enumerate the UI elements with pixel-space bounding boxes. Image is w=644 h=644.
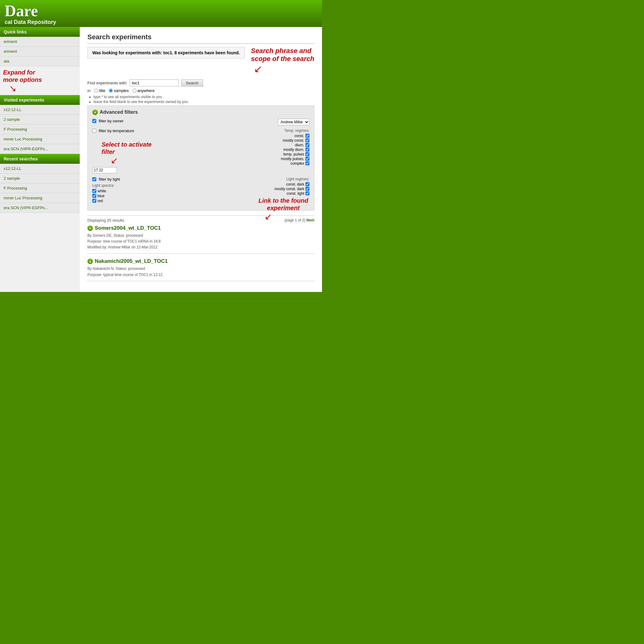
spectra-blue-checkbox[interactable] [92, 194, 96, 198]
sidebar-recent-item[interactable]: era SCN (VIPR-EGFPx... [0, 203, 80, 213]
search-phrase-annotation: Search phrase and scope of the search [251, 47, 314, 63]
spectra-white-checkbox[interactable] [92, 189, 96, 193]
filter-owner-checkbox[interactable] [92, 119, 96, 123]
in-label: in [87, 88, 90, 93]
advanced-filters: ▲ Advanced filters filter by owner Andre… [87, 105, 314, 211]
spectra-label: Light spectra: [92, 183, 274, 188]
sidebar-recent-item[interactable]: x12:12-LL [0, 164, 80, 174]
light-mostly-const-dark-checkbox[interactable] [305, 187, 309, 191]
regime-const-checkbox[interactable] [305, 134, 309, 138]
regime-mostly-pulses-checkbox[interactable] [305, 157, 309, 161]
search-input[interactable] [130, 79, 179, 86]
sidebar-recent-item[interactable]: F Processing [0, 183, 80, 193]
light-const-light-checkbox[interactable] [305, 191, 309, 195]
sidebar-visited-item[interactable]: F Processing [0, 125, 80, 134]
owner-select[interactable]: Andrew Millar [278, 119, 309, 125]
regime-mostly-const-checkbox[interactable] [305, 138, 309, 142]
pagination: (page 1 of 2) Next [285, 218, 314, 222]
expand-exp1-icon[interactable]: ▲ [87, 225, 93, 231]
sidebar-item[interactable]: ata [0, 56, 80, 66]
sidebar-section-recent[interactable]: Recent searches [0, 154, 80, 164]
experiment-meta: By Nakamichi N, Status: processed Purpos… [87, 266, 314, 278]
regime-temp-pulses-checkbox[interactable] [305, 152, 309, 156]
regime-diurn-checkbox[interactable] [305, 143, 309, 147]
filter-light-label: filter by light [99, 177, 120, 182]
info-box: Was looking for experiments with: toc1. … [87, 47, 245, 59]
radio-title[interactable]: title [94, 88, 105, 93]
main-content: Search experiments Was looking for exper… [80, 27, 322, 292]
sidebar-visited-item[interactable]: x12:12-LL [0, 105, 80, 115]
page-title: Search experiments [87, 33, 314, 44]
light-const-dark-checkbox[interactable] [305, 182, 309, 186]
results-header: Displaying 25 results (page 1 of 2) Next [87, 215, 314, 223]
filter-owner-label: filter by owner [99, 119, 124, 123]
expand-filters-icon[interactable]: ▲ [92, 109, 98, 115]
experiment-result: ▲ Somers2004_wt_LD_TOC1 By Somers DE, St… [87, 225, 314, 254]
sidebar-section-quick-links[interactable]: Quick links [0, 27, 80, 37]
visited-label: Visited experiments [4, 98, 44, 102]
sidebar-visited-item[interactable]: mmer Luc Processing [0, 134, 80, 144]
sidebar-recent-item[interactable]: mmer Luc Processing [0, 193, 80, 203]
spectra-red-checkbox[interactable] [92, 199, 96, 203]
header: Dare cal Data Repository [0, 0, 322, 27]
next-link[interactable]: Next [306, 218, 314, 222]
app-title: Dare [5, 3, 317, 19]
sidebar-visited-item[interactable]: era SCN (VIPR-EGFPx... [0, 144, 80, 154]
regime-complex-checkbox[interactable] [305, 161, 309, 165]
experiment-title-link[interactable]: ▲ Nakamichi2005_wt_LD_TOC1 [87, 258, 314, 264]
app-subtitle: cal Data Repository [5, 19, 317, 25]
regime-mostly-diurn-checkbox[interactable] [305, 148, 309, 151]
sidebar-section-visited[interactable]: Visited experiments [0, 95, 80, 105]
experiment-result: ▲ Nakamichi2005_wt_LD_TOC1 By Nakamichi … [87, 258, 314, 281]
filter-temp-checkbox[interactable] [92, 129, 96, 133]
recent-label: Recent searches [4, 156, 38, 161]
expand-exp2-icon[interactable]: ▲ [87, 259, 93, 264]
search-button[interactable]: Search [181, 79, 203, 86]
sidebar: Quick links eriment eriment ata Expand f… [0, 27, 80, 292]
displaying-label: Displaying 25 results [87, 218, 124, 223]
sidebar-visited-item[interactable]: 2 sample [0, 115, 80, 125]
search-form: Find experiments with: Search in title s… [87, 79, 314, 104]
temp-range-input[interactable] [92, 167, 117, 173]
advanced-filters-label: Advanced filters [100, 109, 138, 115]
sidebar-recent-item[interactable]: 2 sample [0, 174, 80, 183]
expand-annotation: Expand for more options [3, 69, 77, 83]
quick-links-label: Quick links [4, 29, 27, 34]
sidebar-item[interactable]: eriment [0, 37, 80, 47]
sidebar-item[interactable]: eriment [0, 47, 80, 56]
search-hints: type * to see all experiments visible to… [94, 95, 314, 104]
experiment-title-link[interactable]: ▲ Somers2004_wt_LD_TOC1 [87, 225, 314, 231]
filter-temp-label: filter by temperature [99, 128, 134, 133]
radio-samples[interactable]: samples [109, 88, 128, 93]
find-label: Find experiments with: [87, 81, 127, 85]
radio-anywhere[interactable]: anywhere [132, 88, 155, 93]
filter-light-checkbox[interactable] [92, 177, 96, 181]
experiment-meta: By Somers DE, Status: processed Purpose:… [87, 233, 314, 251]
